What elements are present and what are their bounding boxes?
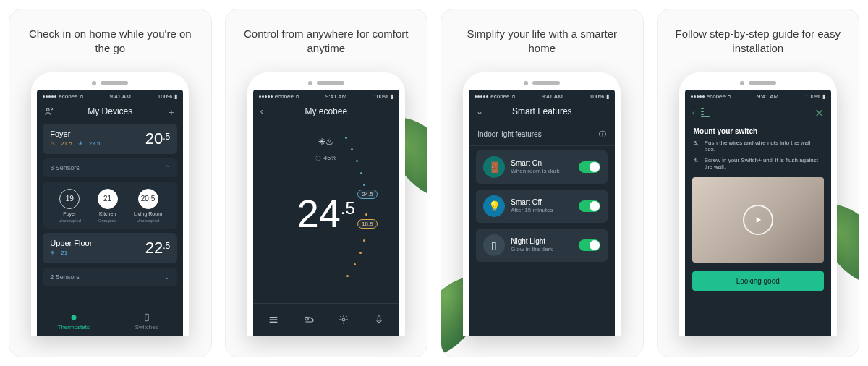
section-header: Indoor light features ⓘ bbox=[469, 124, 615, 146]
thermostat-stage[interactable]: ✳♨ ◌45% 24.5 24.5 18.5 bbox=[253, 124, 399, 303]
guide-title: Mount your switch bbox=[694, 127, 822, 135]
setpoint-arc[interactable]: 24.5 18.5 bbox=[334, 134, 378, 281]
back-icon[interactable]: ‹ bbox=[260, 106, 263, 116]
svg-point-0 bbox=[47, 108, 50, 111]
quick-changes-icon[interactable] bbox=[335, 311, 352, 328]
setpoint-cool[interactable]: 24.5 bbox=[357, 190, 378, 199]
phone-mock: ecobee ⩍ 9:41 AM 100% ▮ ‹ ✕ Mount your s… bbox=[679, 72, 837, 336]
screen-title: Smart Features bbox=[512, 106, 572, 116]
title-bar: My Devices ＋ bbox=[37, 102, 183, 124]
lamp-icon: 💡 bbox=[483, 195, 505, 217]
switch-glow-icon: ▯ bbox=[483, 234, 505, 256]
caption: Simplify your life with a smarter home bbox=[441, 27, 643, 56]
steps-list-icon[interactable] bbox=[701, 108, 710, 117]
chevron-down-icon: ⌄ bbox=[164, 273, 170, 281]
wifi-icon: ⩍ bbox=[80, 93, 83, 100]
screen-title: My ecobee bbox=[305, 106, 347, 116]
chevron-up-icon: ⌃ bbox=[164, 164, 170, 171]
feature-smart-off[interactable]: 💡 Smart Off After 15 minutes bbox=[476, 190, 608, 223]
caption: Check in on home while you're on the go bbox=[9, 27, 211, 56]
room-card-foyer[interactable]: Foyer ♨21.5 ✳23.5 20.5 bbox=[43, 124, 177, 154]
screen-devices: ecobee ⩍ 9:41 AM 100%▮ My Devices ＋ Foye… bbox=[37, 90, 183, 336]
room-name: Foyer bbox=[50, 129, 100, 138]
screen-title: My Devices bbox=[88, 106, 132, 116]
snowflake-icon: ✳ bbox=[78, 140, 83, 147]
play-icon[interactable] bbox=[743, 205, 773, 235]
feature-night-light[interactable]: ▯ Night Light Glow in the dark bbox=[476, 229, 608, 262]
svg-rect-3 bbox=[145, 314, 148, 320]
account-icon[interactable] bbox=[44, 106, 54, 119]
svg-point-1 bbox=[51, 108, 53, 109]
chevron-down-icon[interactable]: ⌄ bbox=[476, 106, 483, 116]
toggle-on[interactable] bbox=[579, 161, 600, 173]
sensor-list: 19 Foyer Unoccupied 21 Kitchen Occupied … bbox=[43, 182, 177, 229]
svg-point-2 bbox=[71, 315, 76, 320]
phone-mock: ecobee ⩍ 9:41 AM 100% ▮ ‹ My ecobee ✳♨ ◌… bbox=[247, 72, 405, 336]
sensor-kitchen[interactable]: 21 Kitchen Occupied bbox=[98, 189, 118, 223]
screen-smart-features: ecobee ⩍ 9:41 AM 100% ▮ ⌄ Smart Features… bbox=[469, 90, 615, 336]
battery-icon: ▮ bbox=[174, 93, 177, 100]
mic-icon[interactable] bbox=[370, 311, 388, 328]
add-icon[interactable]: ＋ bbox=[167, 106, 176, 119]
guide-step-3: 3. Push the wires and wire nuts into the… bbox=[685, 140, 831, 153]
snowflake-flame-icon: ✳♨ bbox=[318, 137, 333, 147]
phone-mock: ecobee ⩍ 9:41 AM 100% ▮ ⌄ Smart Features… bbox=[463, 72, 621, 336]
status-bar: ecobee ⩍ 9:41 AM 100% ▮ bbox=[469, 90, 615, 102]
toggle-on[interactable] bbox=[579, 239, 600, 251]
caption: Control from anywhere for comfort anytim… bbox=[226, 27, 427, 56]
svg-point-8 bbox=[342, 318, 345, 321]
title-bar: ⌄ Smart Features bbox=[469, 102, 615, 124]
screen-thermostat: ecobee ⩍ 9:41 AM 100% ▮ ‹ My ecobee ✳♨ ◌… bbox=[253, 90, 399, 336]
flame-icon: ♨ bbox=[50, 140, 55, 147]
menu-icon[interactable] bbox=[265, 311, 282, 328]
door-light-icon: 🚪 bbox=[483, 156, 505, 178]
title-bar: ‹ My ecobee bbox=[253, 102, 399, 124]
back-icon[interactable]: ‹ bbox=[692, 108, 695, 118]
promo-card-3: Simplify your life with a smarter home e… bbox=[441, 9, 644, 357]
room-temp: 22.5 bbox=[145, 239, 171, 258]
status-bar: ecobee ⩍ 9:41 AM 100%▮ bbox=[37, 90, 183, 102]
droplet-icon: ◌ bbox=[315, 154, 321, 161]
promo-card-4: Follow step-by-step guide for easy insta… bbox=[657, 9, 860, 357]
room-card-upper[interactable]: Upper Floor ✳21 22.5 bbox=[43, 233, 177, 263]
guide-toolbar: ‹ ✕ bbox=[685, 102, 831, 124]
looking-good-button[interactable]: Looking good bbox=[692, 271, 824, 291]
promo-card-1: Check in on home while you're on the go … bbox=[9, 9, 212, 357]
bottom-tabs: Thermostats Switches bbox=[37, 307, 183, 336]
caption: Follow step-by-step guide for easy insta… bbox=[658, 27, 859, 56]
snowflake-icon: ✳ bbox=[50, 250, 55, 256]
phone-mock: ecobee ⩍ 9:41 AM 100%▮ My Devices ＋ Foye… bbox=[31, 72, 189, 336]
humidity-label: ✳♨ bbox=[318, 137, 333, 147]
install-video[interactable] bbox=[692, 177, 824, 263]
svg-rect-9 bbox=[378, 315, 380, 320]
info-icon[interactable]: ⓘ bbox=[599, 129, 606, 140]
status-bar: ecobee ⩍ 9:41 AM 100% ▮ bbox=[253, 90, 399, 102]
toggle-on[interactable] bbox=[579, 200, 600, 212]
room-name: Upper Floor bbox=[50, 239, 92, 247]
thermostat-toolbar bbox=[253, 303, 399, 336]
sensor-expand-row[interactable]: 3 Sensors ⌃ bbox=[43, 158, 177, 177]
feature-smart-on[interactable]: 🚪 Smart On When room is dark bbox=[476, 150, 608, 184]
status-bar: ecobee ⩍ 9:41 AM 100% ▮ bbox=[685, 90, 831, 102]
tab-thermostats[interactable]: Thermostats bbox=[37, 307, 110, 336]
sensor-foyer[interactable]: 19 Foyer Unoccupied bbox=[58, 189, 81, 223]
guide-step-4: 4. Screw in your Switch+ until it is flu… bbox=[685, 157, 831, 170]
promo-card-2: Control from anywhere for comfort anytim… bbox=[225, 9, 428, 357]
room-temp: 20.5 bbox=[145, 129, 171, 148]
sensor-livingroom[interactable]: 20.5 Living Room Unoccupied bbox=[134, 189, 162, 223]
setpoint-heat[interactable]: 18.5 bbox=[357, 219, 378, 229]
sensor-expand-row-2[interactable]: 2 Sensors ⌄ bbox=[43, 268, 177, 286]
screen-install-guide: ecobee ⩍ 9:41 AM 100% ▮ ‹ ✕ Mount your s… bbox=[685, 90, 831, 336]
tab-switches[interactable]: Switches bbox=[110, 307, 183, 336]
close-icon[interactable]: ✕ bbox=[814, 106, 824, 120]
weather-icon[interactable] bbox=[300, 311, 318, 328]
